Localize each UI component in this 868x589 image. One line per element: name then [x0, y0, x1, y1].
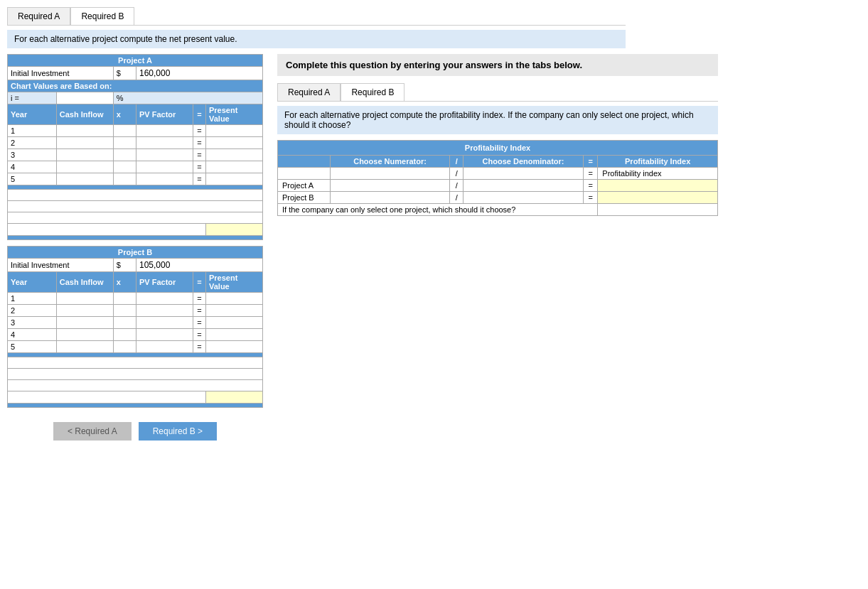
row-b-pv-3[interactable] [206, 317, 263, 329]
row-b-pvfactor-3[interactable] [136, 317, 193, 329]
next-button[interactable]: Required B > [139, 422, 217, 441]
row-a-cashinflow-2[interactable] [56, 137, 113, 149]
row-b-cashinflow-4[interactable] [56, 329, 113, 341]
row-b-cashinflow-5[interactable] [56, 341, 113, 353]
project-a-title: Project A [8, 55, 263, 67]
pi-project-a-result[interactable] [598, 180, 718, 192]
row-b-pv-2[interactable] [206, 305, 263, 317]
i-input-a[interactable] [56, 92, 113, 104]
row-a-pvfactor-2[interactable] [136, 137, 193, 149]
row-b-pv-1[interactable] [206, 293, 263, 305]
pi-project-b-numerator[interactable] [330, 192, 450, 204]
col-pvfactor-a: PV Factor [136, 104, 193, 125]
pi-project-b-label: Project B [278, 192, 331, 204]
row-b-pvfactor-5[interactable] [136, 341, 193, 353]
project-b-title: Project B [8, 247, 263, 259]
row-a-year-2: 2 [8, 137, 57, 149]
row-a-pv-2[interactable] [206, 137, 263, 149]
row-a-year-1: 1 [8, 125, 57, 137]
row-b-eq-2: = [193, 305, 206, 317]
col-pv-a: Present Value [206, 104, 263, 125]
complete-banner: Complete this question by entering your … [277, 54, 718, 76]
currency-a: $ [113, 67, 136, 80]
col-cashinflow-b: Cash Inflow [56, 272, 113, 293]
pi-numerator-input-header[interactable] [330, 168, 450, 180]
col-year-b: Year [8, 272, 57, 293]
pi-col-numerator-header: Choose Numerator: [330, 156, 450, 168]
pi-col-empty [278, 156, 331, 168]
pi-answer[interactable] [598, 204, 718, 216]
tab-required-b[interactable]: Required B [70, 7, 134, 25]
pi-project-a-denominator[interactable] [464, 180, 584, 192]
investment-value-b: 105,000 [136, 259, 263, 272]
row-b-total-label [8, 391, 206, 404]
row-a-cashinflow-3[interactable] [56, 149, 113, 161]
pi-col-denominator-header: Choose Denominator: [464, 156, 584, 168]
nav-buttons: < Required A Required B > [7, 422, 263, 441]
row-a-cashinflow-5[interactable] [56, 173, 113, 185]
row-b-cashinflow-1[interactable] [56, 293, 113, 305]
row-a-total-value[interactable] [206, 224, 263, 236]
row-a-pvfactor-4[interactable] [136, 161, 193, 173]
row-a-pv-4[interactable] [206, 161, 263, 173]
pi-eq-mid: = [583, 168, 598, 180]
row-a-pvfactor-5[interactable] [136, 173, 193, 185]
row-b-total-value[interactable] [206, 391, 263, 404]
col-eq-a: = [193, 104, 206, 125]
row-a-year-4: 4 [8, 161, 57, 173]
pi-project-a-eq: = [583, 180, 598, 192]
row-b-eq-3: = [193, 317, 206, 329]
pi-project-a-slash: / [450, 180, 464, 192]
inner-tab-required-b[interactable]: Required B [341, 83, 404, 101]
col-x-a: x [113, 104, 136, 125]
row-b-pvfactor-1[interactable] [136, 293, 193, 305]
row-a-pvfactor-1[interactable] [136, 125, 193, 137]
project-b-table: Project B Initial Investment $ 105,000 Y… [7, 246, 263, 408]
row-a-x-5 [113, 173, 136, 185]
row-a-eq-5: = [193, 173, 206, 185]
row-a-cashinflow-4[interactable] [56, 161, 113, 173]
col-x-b: x [113, 272, 136, 293]
row-a-pvfactor-3[interactable] [136, 149, 193, 161]
pi-project-b-result[interactable] [598, 192, 718, 204]
inner-tab-required-a[interactable]: Required A [277, 83, 341, 101]
row-a-eq-1: = [193, 125, 206, 137]
row-b-year-4: 4 [8, 329, 57, 341]
col-eq-b: = [193, 272, 206, 293]
row-a-pv-5[interactable] [206, 173, 263, 185]
pi-table: Profitability Index Choose Numerator: / … [277, 140, 718, 216]
pi-project-b-denominator[interactable] [464, 192, 584, 204]
investment-value-a: 160,000 [136, 67, 263, 80]
pi-project-a-numerator[interactable] [330, 180, 450, 192]
currency-b: $ [113, 259, 136, 272]
row-b-year-2: 2 [8, 305, 57, 317]
row-a-total-label [8, 224, 206, 236]
row-b-pvfactor-2[interactable] [136, 305, 193, 317]
row-a-pv-1[interactable] [206, 125, 263, 137]
row-b-eq-5: = [193, 341, 206, 353]
row-b-cashinflow-3[interactable] [56, 317, 113, 329]
col-cashinflow-a: Cash Inflow [56, 104, 113, 125]
row-b-x-3 [113, 317, 136, 329]
tab-required-a[interactable]: Required A [7, 7, 70, 25]
percent-a: % [113, 92, 262, 104]
row-b-pvfactor-4[interactable] [136, 329, 193, 341]
row-b-pv-5[interactable] [206, 341, 263, 353]
instruction-banner: For each alternative project compute the… [7, 30, 626, 48]
row-b-year-5: 5 [8, 341, 57, 353]
pi-col-slash-header: / [450, 156, 464, 168]
row-a-eq-2: = [193, 137, 206, 149]
row-b-x-4 [113, 329, 136, 341]
pi-blank-label [278, 168, 331, 180]
row-a-cashinflow-1[interactable] [56, 125, 113, 137]
row-a-pv-3[interactable] [206, 149, 263, 161]
prev-button[interactable]: < Required A [53, 422, 132, 441]
pi-denominator-input-header[interactable] [464, 168, 584, 180]
left-panel: Project A Initial Investment $ 160,000 C… [7, 54, 263, 441]
row-b-pv-4[interactable] [206, 329, 263, 341]
pi-project-b-eq: = [583, 192, 598, 204]
initial-investment-label-b: Initial Investment [8, 259, 114, 272]
row-b-cashinflow-2[interactable] [56, 305, 113, 317]
row-b-year-1: 1 [8, 293, 57, 305]
chart-label-a: Chart Values are Based on: [8, 80, 263, 92]
